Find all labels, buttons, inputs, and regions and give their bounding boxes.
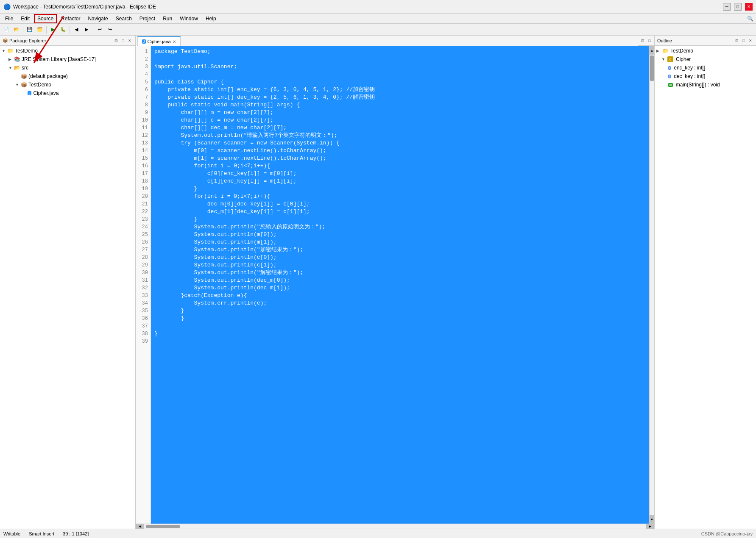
new-btn[interactable]: 📄 (2, 25, 11, 34)
outline-maximize-btn[interactable]: □ (741, 38, 747, 44)
scroll-left-btn[interactable]: ◀ (136, 524, 144, 529)
undo-btn[interactable]: ↩ (95, 25, 104, 34)
menu-bar: File Edit Source Refactor Navigate Searc… (0, 14, 756, 24)
open-btn[interactable]: 📂 (12, 25, 21, 34)
code-line: } (154, 307, 646, 315)
code-line: char[][] c = new char[2][7]; (154, 116, 646, 124)
outline-close-btn[interactable]: ✕ (748, 38, 753, 44)
horizontal-scrollbar[interactable]: ◀ ▶ (136, 524, 654, 529)
code-line: System.out.println(c[1]); (154, 261, 646, 269)
outline-minimize-btn[interactable]: ⊟ (734, 38, 740, 44)
line-number: 7 (136, 94, 151, 101)
code-line: System.out.println("您输入的原始明文为："); (154, 223, 646, 231)
tree-item-testdemo-pkg[interactable]: ▼ 📦 TestDemo (0, 80, 135, 89)
menu-search[interactable]: Search (112, 14, 135, 23)
line-number: 31 (136, 277, 151, 284)
close-button[interactable]: ✕ (745, 3, 753, 11)
minimize-panel-btn[interactable]: ⊟ (113, 38, 119, 44)
line-number: 4 (136, 71, 151, 78)
scroll-thumb[interactable] (650, 55, 654, 81)
toolbar-sep-1 (23, 26, 23, 33)
next-edit-btn[interactable]: ▶ (82, 25, 91, 34)
method-icon-main: m (668, 83, 673, 87)
code-content[interactable]: package TestDemo;import java.util.Scanne… (151, 46, 649, 524)
tree-item-testdemo-project[interactable]: ▼ 📁 TestDemo (0, 47, 135, 55)
line-number: 17 (136, 170, 151, 177)
tab-java-icon: J (142, 39, 146, 44)
editor-minimize-btn[interactable]: ⊟ (640, 38, 646, 44)
tree-item-cipher-java[interactable]: ▶ J Cipher.java (0, 89, 135, 97)
vertical-scrollbar[interactable]: ▲ ▼ (649, 46, 654, 524)
package-tree: ▼ 📁 TestDemo ▶ 📚 JRE System Library [Jav… (0, 46, 135, 529)
src-icon: 📂 (14, 65, 20, 71)
minimize-button[interactable]: ─ (723, 3, 731, 11)
status-writable: Writable (3, 531, 20, 536)
scroll-up-btn[interactable]: ▲ (650, 46, 654, 55)
menu-project[interactable]: Project (136, 14, 159, 23)
debug-btn[interactable]: 🐛 (59, 25, 68, 34)
outline-project-icon: 📁 (662, 48, 669, 54)
line-number: 21 (136, 200, 151, 208)
maximize-button[interactable]: □ (734, 3, 742, 11)
code-line: private static int[] enc_key = {6, 3, 0,… (154, 86, 646, 94)
panel-controls: ⊟ □ ✕ (113, 38, 133, 44)
menu-window[interactable]: Window (176, 14, 201, 23)
outline-enc-key[interactable]: f enc_key : int[] (655, 64, 756, 72)
menu-file[interactable]: File (2, 14, 17, 23)
library-icon: 📚 (14, 56, 20, 62)
editor-maximize-btn[interactable]: □ (647, 38, 653, 44)
status-bar: Writable Smart Insert 39 : 1 [1042] CSDN… (0, 529, 756, 538)
line-number: 37 (136, 322, 151, 330)
status-watermark: CSDN @Cappuccino-jay (701, 531, 753, 536)
code-editor[interactable]: 1234567891011121314151617181920212223242… (136, 46, 654, 524)
tree-item-default-pkg[interactable]: ▶ 📦 (default package) (0, 72, 135, 80)
outline-dec-key[interactable]: f dec_key : int[] (655, 72, 756, 80)
search-toolbar-btn[interactable]: 🔍 (746, 14, 754, 23)
prev-edit-btn[interactable]: ◀ (72, 25, 81, 34)
code-line: char[][] dec_m = new char[2][7]; (154, 124, 646, 132)
close-panel-btn[interactable]: ✕ (127, 38, 133, 44)
save-all-btn[interactable]: 🗂️ (35, 25, 45, 34)
scroll-right-btn[interactable]: ▶ (646, 524, 654, 529)
tab-cipher-java[interactable]: J Cipher.java ✕ (137, 36, 181, 46)
tab-close-icon[interactable]: ✕ (173, 39, 176, 44)
h-scroll-thumb[interactable] (146, 525, 180, 528)
package-icon: 📦 (21, 73, 27, 79)
project-icon: 📁 (7, 48, 14, 54)
save-btn[interactable]: 💾 (25, 25, 34, 34)
run-btn[interactable]: ▶ (48, 25, 58, 34)
outline-cipher-class[interactable]: ▼ C Cipher (655, 55, 756, 64)
tree-item-jre[interactable]: ▶ 📚 JRE System Library [JavaSE-17] (0, 55, 135, 64)
code-line: c[0][enc_key[i]] = m[0][i]; (154, 170, 646, 177)
code-line: } (154, 216, 646, 223)
class-icon: C (667, 56, 673, 62)
redo-btn[interactable]: ↪ (105, 25, 114, 34)
menu-edit[interactable]: Edit (17, 14, 33, 23)
package-explorer-icon: 📦 (3, 38, 8, 43)
line-number: 12 (136, 132, 151, 139)
code-line: System.out.println(c[0]); (154, 254, 646, 261)
outline-controls: ⊟ □ ✕ (734, 38, 753, 44)
line-number: 2 (136, 55, 151, 63)
menu-source[interactable]: Source (34, 14, 57, 23)
line-number: 26 (136, 238, 151, 246)
menu-help[interactable]: Help (202, 14, 220, 23)
maximize-panel-btn[interactable]: □ (120, 38, 126, 44)
line-number: 29 (136, 261, 151, 269)
package-explorer-header: 📦 Package Explorer ⊟ □ ✕ (0, 36, 135, 46)
line-number: 15 (136, 155, 151, 162)
code-line: m[1] = scanner.nextLine().toCharArray(); (154, 155, 646, 162)
line-number: 23 (136, 216, 151, 223)
code-line (154, 71, 646, 78)
menu-run[interactable]: Run (159, 14, 176, 23)
code-line: System.out.println("加密结果为："); (154, 246, 646, 254)
scroll-down-btn[interactable]: ▼ (650, 515, 654, 524)
outline-testdemo[interactable]: ▶ 📁 TestDemo (655, 47, 756, 55)
menu-navigate[interactable]: Navigate (84, 14, 111, 23)
tree-item-src[interactable]: ▼ 📂 src (0, 64, 135, 72)
menu-refactor[interactable]: Refactor (58, 14, 84, 23)
line-number: 10 (136, 116, 151, 124)
outline-main-method[interactable]: m main(String[]) : void (655, 80, 756, 89)
status-left: Writable Smart Insert 39 : 1 [1042] (3, 531, 89, 536)
line-number: 16 (136, 162, 151, 170)
